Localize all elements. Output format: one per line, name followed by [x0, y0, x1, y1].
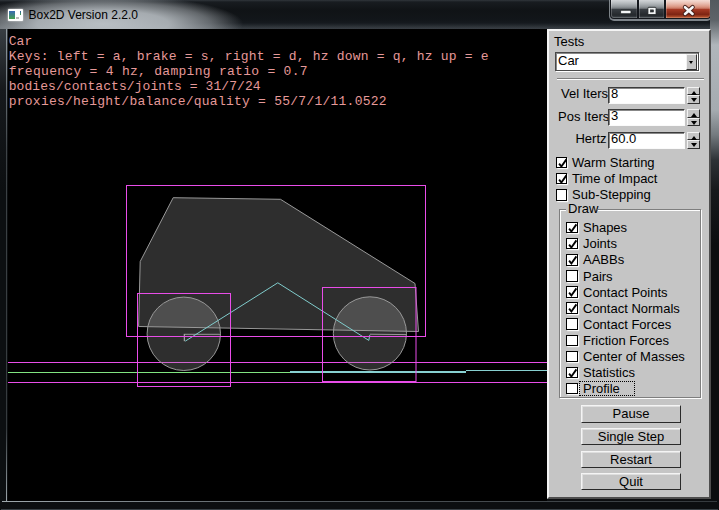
svg-text:Car: Car [9, 34, 33, 49]
svg-text:Keys: left = a, brake = s, rig: Keys: left = a, brake = s, right = d, hz… [9, 49, 489, 64]
svg-text:frequency = 4 hz, damping rati: frequency = 4 hz, damping ratio = 0.7 [9, 64, 308, 79]
svg-text:proxies/height/balance/quality: proxies/height/balance/quality = 55/7/1/… [9, 94, 387, 109]
svg-text:bodies/contacts/joints = 31/7/: bodies/contacts/joints = 31/7/24 [9, 79, 261, 94]
